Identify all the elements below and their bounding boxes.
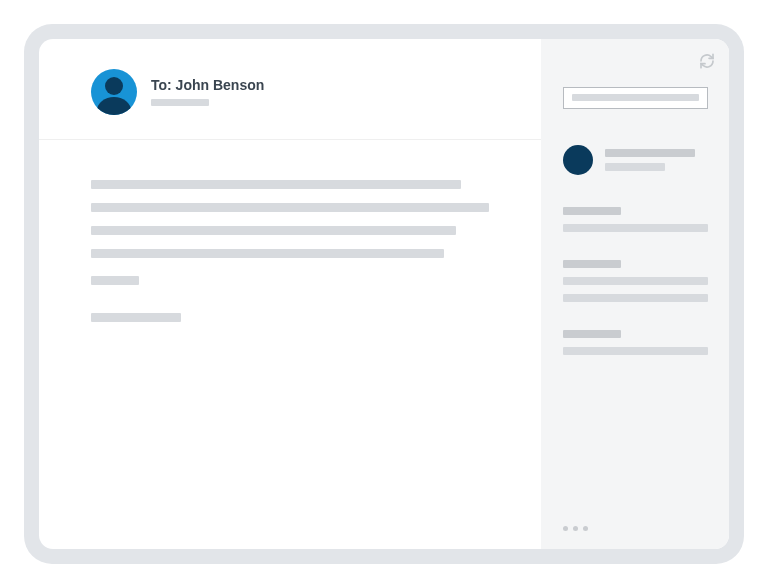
dot-icon	[563, 526, 568, 531]
search-placeholder	[572, 94, 699, 101]
contact-summary[interactable]	[563, 145, 708, 175]
contact-text	[605, 149, 708, 171]
refresh-icon[interactable]	[699, 53, 715, 69]
dot-icon	[583, 526, 588, 531]
contact-subtitle-placeholder	[605, 163, 665, 171]
body-line	[91, 180, 461, 189]
more-menu[interactable]	[563, 526, 588, 531]
dot-icon	[573, 526, 578, 531]
sidebar-section	[563, 260, 708, 302]
compose-body[interactable]	[39, 140, 541, 352]
subject-placeholder[interactable]	[151, 99, 209, 106]
sidebar-section	[563, 207, 708, 232]
header-text: To: John Benson	[151, 77, 264, 106]
body-line	[91, 313, 181, 322]
compose-panel: To: John Benson	[39, 39, 541, 549]
body-line	[91, 276, 139, 285]
to-field[interactable]: To: John Benson	[151, 77, 264, 93]
section-line-placeholder	[563, 347, 708, 355]
compose-header: To: John Benson	[39, 39, 541, 140]
section-line-placeholder	[563, 294, 708, 302]
section-heading-placeholder	[563, 207, 621, 215]
body-line	[91, 203, 489, 212]
sidebar-section	[563, 330, 708, 355]
section-line-placeholder	[563, 277, 708, 285]
section-line-placeholder	[563, 224, 708, 232]
body-line	[91, 226, 456, 235]
contact-avatar	[563, 145, 593, 175]
contact-name-placeholder	[605, 149, 695, 157]
section-heading-placeholder	[563, 260, 621, 268]
app-screen: To: John Benson	[39, 39, 729, 549]
sender-avatar	[91, 69, 137, 115]
body-line	[91, 249, 444, 258]
sidebar-panel	[541, 39, 729, 549]
section-heading-placeholder	[563, 330, 621, 338]
device-frame: To: John Benson	[24, 24, 744, 564]
search-input[interactable]	[563, 87, 708, 109]
